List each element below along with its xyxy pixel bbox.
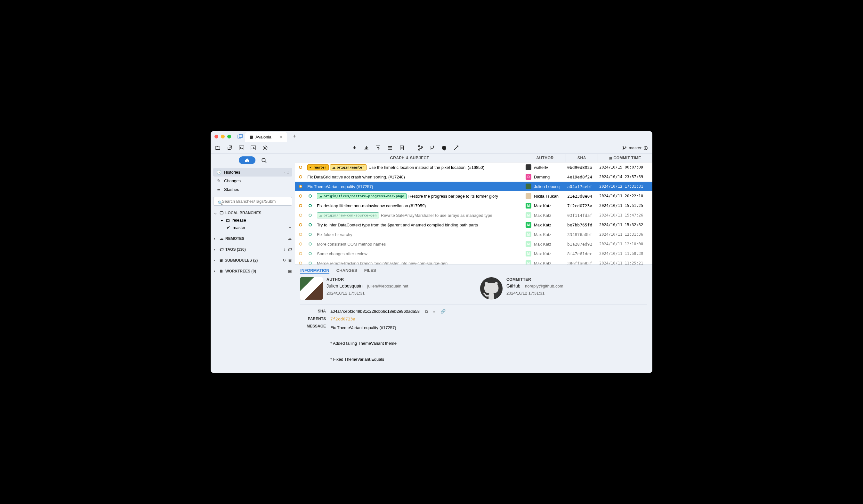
message-body: Fix ThemeVariant equality (#17257) * Add… xyxy=(330,324,647,363)
tag-solid-icon[interactable] xyxy=(441,145,447,151)
author-name: Max Katz xyxy=(534,213,551,218)
commit-author: Nikita Tsukan xyxy=(524,193,566,199)
branch-release[interactable]: ▸ 🗀 release xyxy=(213,217,292,224)
author-name: Max Katz xyxy=(534,261,551,265)
commit-row[interactable]: More consistent COM method namesMMax Kat… xyxy=(295,239,652,249)
chevron-down-icon: ⌄ xyxy=(214,211,218,215)
commit-row[interactable]: Fix ThemeVariant equality (#17257)Julien… xyxy=(295,182,652,191)
ref-tag[interactable]: ✔ master xyxy=(307,164,329,170)
svg-point-6 xyxy=(419,145,420,147)
commit-row[interactable]: Fix folder hierarchyMMax Katz334876a0bf2… xyxy=(295,230,652,239)
new-tab-button[interactable]: + xyxy=(293,133,297,140)
branch-master[interactable]: ✔ master ⫧ xyxy=(213,224,292,231)
tab-files[interactable]: FILES xyxy=(364,267,376,274)
close-tab-icon[interactable]: × xyxy=(280,134,283,140)
ref-tag[interactable]: ☁ origin/fixes/restore-progress-bar-page xyxy=(317,193,407,199)
commit-row[interactable]: Merge remote-tracking branch 'origin/mas… xyxy=(295,258,652,264)
file-row[interactable]: ± src/Avalonia.Base/Styling/ThemeVariant… xyxy=(330,373,647,373)
commit-row[interactable]: Fix DataGrid native aot crash when sorti… xyxy=(295,172,652,182)
gitflow-icon[interactable] xyxy=(453,145,459,151)
commit-author: MMax Katz xyxy=(524,222,566,228)
header-sha[interactable]: SHA xyxy=(566,154,598,162)
contains-icon[interactable]: ⬦ xyxy=(433,309,435,314)
commit-subject: Try to infer DataContext type from the $… xyxy=(317,223,478,228)
current-branch[interactable]: master xyxy=(622,145,648,150)
pull-icon[interactable] xyxy=(364,145,369,151)
terminal-icon[interactable] xyxy=(239,145,244,151)
commit-time: 2024/10/11 11:58:30 xyxy=(598,251,652,256)
group-header-worktrees[interactable]: › 🗎 WORKTREES (0) ▣ xyxy=(213,268,292,275)
layout-icon[interactable]: ▭ xyxy=(282,170,285,175)
repo-tab[interactable]: Avalonia × xyxy=(245,132,287,142)
group-header-submodules[interactable]: › ⊞ SUBMODULES (2) ↻⊞ xyxy=(213,257,292,264)
add-remote-icon[interactable]: ☁ xyxy=(288,236,292,241)
commit-subject: Some changes after review xyxy=(317,251,367,256)
committer-block: COMMITTER GitHub noreply@github.com 2024… xyxy=(480,277,647,300)
author-name: Dameng xyxy=(534,175,550,179)
minimize-window-button[interactable] xyxy=(221,134,225,139)
apply-stash-icon[interactable] xyxy=(399,145,404,151)
group-header-local[interactable]: ⌄ 🖵 LOCAL BRANCHES xyxy=(213,209,292,217)
commit-sha: 0bd90d802a xyxy=(566,165,598,170)
external-link-icon[interactable] xyxy=(227,145,233,151)
commit-row[interactable]: Try to infer DataContext type from the $… xyxy=(295,220,652,230)
commit-sha: a04af7cebf xyxy=(566,184,598,189)
add-tag-icon[interactable]: 🏷 xyxy=(288,247,292,252)
committer-label: COMMITTER xyxy=(506,277,563,282)
parents-label: PARENTS xyxy=(300,316,326,321)
header-time[interactable]: ⊞ COMMIT TIME xyxy=(598,154,652,162)
divider xyxy=(411,145,411,151)
header-author[interactable]: AUTHOR xyxy=(524,154,566,162)
ref-tag[interactable]: ☁ origin/master xyxy=(330,164,366,170)
nav-stashes[interactable]: ≣ Stashes xyxy=(213,185,292,194)
commit-row[interactable]: ☁ origin/new-com-source-genRewrite SafeA… xyxy=(295,210,652,220)
commit-row[interactable]: ☁ origin/fixes/restore-progress-bar-page… xyxy=(295,191,652,201)
branch-search-input[interactable] xyxy=(213,197,292,206)
refresh-icon[interactable]: ↻ xyxy=(283,258,286,262)
push-icon[interactable] xyxy=(375,145,381,151)
commit-row[interactable]: Some changes after reviewMMax Katz8f47e6… xyxy=(295,249,652,258)
toolbar-left xyxy=(215,145,268,151)
explorer-icon[interactable] xyxy=(215,145,221,151)
add-icon[interactable]: ⊞ xyxy=(288,258,292,262)
filter-icon[interactable]: ⫧ xyxy=(288,225,292,230)
tab-title: Avalonia xyxy=(255,134,272,140)
parent-link[interactable]: 7f2cd0723a xyxy=(330,316,647,321)
group-header-remotes[interactable]: › ☁ REMOTES ☁ xyxy=(213,235,292,242)
maximize-window-button[interactable] xyxy=(227,134,231,139)
nav-changes[interactable]: ✎ Changes xyxy=(213,177,292,185)
sort-icon[interactable]: ↕ xyxy=(283,247,285,252)
sort-icon[interactable]: ↕ xyxy=(287,170,289,175)
commit-row[interactable]: Fix desktop lifetime non-mainwindow canc… xyxy=(295,201,652,210)
ref-tag[interactable]: ☁ origin/new-com-source-gen xyxy=(317,212,379,218)
sidebar-search: 🔍 xyxy=(213,197,292,206)
add-worktree-icon[interactable]: ▣ xyxy=(288,269,292,273)
settings-icon[interactable] xyxy=(262,145,268,151)
toolbar-center xyxy=(352,145,459,151)
svg-point-10 xyxy=(623,146,624,147)
check-icon: ✔ xyxy=(227,225,230,230)
copy-icon[interactable]: ⧉ xyxy=(425,309,428,314)
branch-icon[interactable] xyxy=(418,145,423,151)
tab-information[interactable]: INFORMATION xyxy=(300,267,329,274)
stash-icon[interactable] xyxy=(387,145,393,151)
home-button[interactable] xyxy=(239,156,255,164)
header-graph[interactable]: GRAPH & SUBJECT xyxy=(295,154,524,162)
column-headers: GRAPH & SUBJECT AUTHOR SHA ⊞ COMMIT TIME xyxy=(295,154,652,163)
sidebar-search-icon[interactable] xyxy=(261,158,267,163)
window-tile-icon[interactable] xyxy=(238,134,243,139)
tab-changes[interactable]: CHANGES xyxy=(336,267,357,274)
close-window-button[interactable] xyxy=(214,134,218,139)
group-header-tags[interactable]: › 🏷 TAGS (130) ↕🏷 xyxy=(213,246,292,253)
web-link-icon[interactable]: 🔗 xyxy=(440,309,446,314)
fetch-icon[interactable] xyxy=(352,145,357,151)
stats-icon[interactable] xyxy=(251,145,256,151)
nav-label: Histories xyxy=(224,170,240,175)
commit-list[interactable]: ✔ master☁ origin/masterUse the himetric … xyxy=(295,163,652,264)
changed-files: ± src/Avalonia.Base/Styling/ThemeVariant… xyxy=(300,373,647,373)
nav-histories[interactable]: 🕓 Histories ▭ ↕ xyxy=(213,168,292,177)
svg-point-14 xyxy=(645,147,646,149)
commit-row[interactable]: ✔ master☁ origin/masterUse the himetric … xyxy=(295,163,652,172)
merge-icon[interactable] xyxy=(429,145,435,151)
calendar-icon: ⊞ xyxy=(609,156,612,160)
